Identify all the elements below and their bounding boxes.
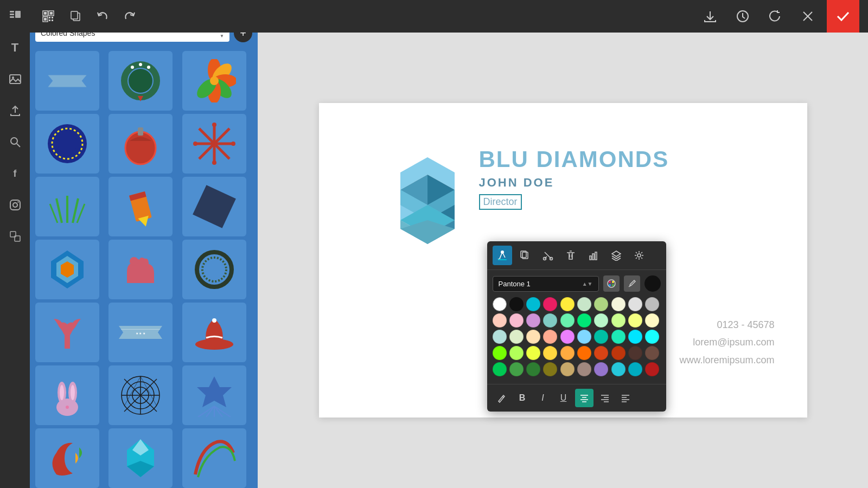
align-left-button[interactable] [616,389,635,407]
color-red-900[interactable] [645,362,659,376]
shape-wreath[interactable] [108,51,173,111]
color-pink[interactable] [509,313,524,328]
color-green-600[interactable] [509,362,524,376]
color-palette-icon[interactable] [603,275,620,292]
color-cyan-600[interactable] [628,362,642,376]
shape-circle-dots[interactable] [35,114,99,174]
color-cream[interactable] [645,313,659,328]
align-right-button[interactable] [596,389,614,407]
fill-color-button[interactable] [493,246,512,265]
color-beige[interactable] [611,297,626,311]
shape-wreath2[interactable] [182,240,246,299]
shape-diamond2[interactable] [108,428,173,488]
shape-hat[interactable] [182,303,246,362]
bold-button[interactable]: B [513,389,532,407]
qr-button[interactable] [39,7,58,26]
color-lightgreen[interactable] [577,297,591,311]
color-green-A700[interactable] [493,362,507,376]
color-white[interactable] [493,297,507,311]
color-lime[interactable] [594,297,608,311]
history-button[interactable] [729,3,756,30]
color-cyan-400[interactable] [611,362,626,376]
delete-button[interactable] [561,246,580,265]
color-green-accent[interactable] [577,313,591,328]
color-green-800[interactable] [526,362,540,376]
cut-button[interactable] [538,246,558,265]
color-orange-accent[interactable] [560,346,575,360]
shape-banner2[interactable]: ★ ★ ★ [108,303,173,362]
card-role[interactable]: Director [479,194,522,210]
color-brown2[interactable] [645,346,659,360]
edit-text-button[interactable] [493,389,511,407]
color-deep-orange[interactable] [577,346,591,360]
color-green-light[interactable] [594,313,608,328]
shape-curve[interactable] [182,428,246,488]
shape-bunny[interactable] [35,365,99,425]
chart-button[interactable] [584,246,603,265]
shape-ornament[interactable] [108,114,173,174]
color-magenta[interactable] [543,297,557,311]
color-tan[interactable] [560,362,575,376]
shape-badge[interactable] [182,365,246,425]
shape-ribbon[interactable] [35,51,99,111]
layers-button[interactable] [607,246,626,265]
color-yellow[interactable] [560,297,575,311]
image-tool-icon[interactable] [4,68,26,90]
undo-button[interactable] [93,7,112,26]
instagram-icon[interactable] [4,194,26,216]
shape-grass[interactable] [35,177,99,236]
color-deep-orange3[interactable] [611,346,626,360]
business-card[interactable]: BLU DIAMONDS JOHN DOE Director 0123 - 45… [319,103,807,418]
shape-pencil[interactable] [108,177,173,236]
redo-button[interactable] [120,7,139,26]
color-cyan[interactable] [526,297,540,311]
shape-snowflake[interactable] [182,114,246,174]
grid-icon[interactable] [4,5,26,27]
color-lime-accent[interactable] [509,346,524,360]
color-teal-accent[interactable] [594,330,608,344]
color-black[interactable] [509,297,524,311]
color-lime-900[interactable] [543,362,557,376]
pantone-selector[interactable]: Pantone 1 ▲▼ [493,276,599,292]
upload-tool-icon[interactable] [4,100,26,121]
shape-diagonal[interactable] [182,177,246,236]
color-peach[interactable] [493,313,507,328]
color-brown3[interactable] [577,362,591,376]
color-mint[interactable] [560,313,575,328]
color-teal-light[interactable] [543,313,557,328]
color-cyan-accent2[interactable] [645,330,659,344]
copy-style-button[interactable] [515,246,535,265]
color-blue-accent[interactable] [577,330,591,344]
color-brown[interactable] [628,346,642,360]
color-deep-orange2[interactable] [594,346,608,360]
color-yellow-accent[interactable] [526,346,540,360]
layers-tool-icon[interactable] [4,226,26,247]
shape-camel[interactable] [108,240,173,299]
color-gray[interactable] [645,297,659,311]
shape-moon[interactable] [35,428,99,488]
align-center-button[interactable] [575,389,593,407]
settings-button[interactable] [629,246,649,265]
confirm-button[interactable] [827,0,859,33]
color-lime-light[interactable] [611,313,626,328]
color-teal-100[interactable] [493,330,507,344]
underline-button[interactable]: U [554,389,573,407]
black-color-swatch[interactable] [644,275,661,292]
copy-button[interactable] [66,7,85,26]
color-amber-accent[interactable] [543,346,557,360]
close-button[interactable] [794,3,821,30]
shape-spiderweb[interactable] [108,365,173,425]
color-yellow-light[interactable] [628,313,642,328]
color-cyan-accent[interactable] [628,330,642,344]
shape-moose[interactable] [35,303,99,362]
color-red-200[interactable] [543,330,557,344]
download-button[interactable] [697,3,724,30]
color-lavender[interactable] [526,313,540,328]
shape-flower[interactable] [182,51,246,111]
color-green-accent2[interactable] [493,346,507,360]
eyedropper-icon[interactable] [624,275,640,292]
color-teal-accent2[interactable] [611,330,626,344]
color-purple[interactable] [594,362,608,376]
search-tool-icon[interactable] [4,131,26,153]
color-green-100[interactable] [509,330,524,344]
